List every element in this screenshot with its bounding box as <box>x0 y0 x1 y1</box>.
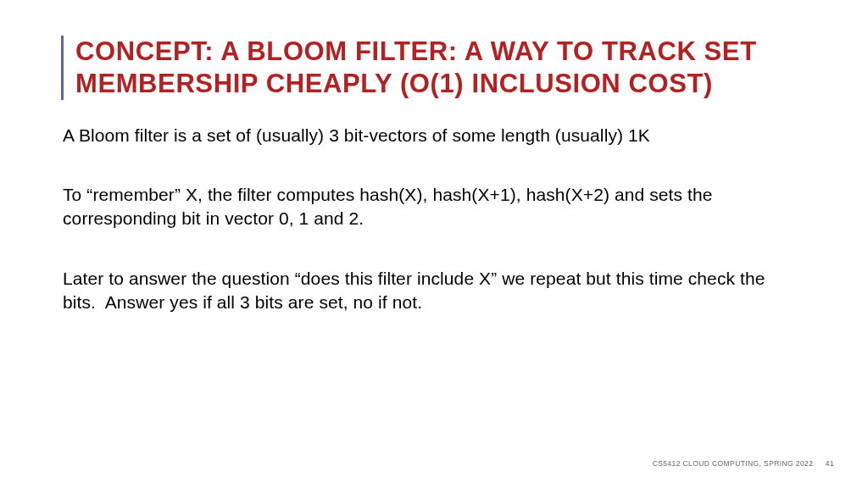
body-paragraph: Later to answer the question “does this … <box>63 267 807 315</box>
slide-footer: CS5412 CLOUD COMPUTING, SPRING 2022 41 <box>653 459 834 468</box>
slide-title: CONCEPT: A BLOOM FILTER: A WAY TO TRACK … <box>75 36 807 100</box>
footer-page-number: 41 <box>825 459 834 468</box>
title-block: CONCEPT: A BLOOM FILTER: A WAY TO TRACK … <box>61 36 807 100</box>
title-accent-bar <box>61 36 64 100</box>
body-paragraph: A Bloom filter is a set of (usually) 3 b… <box>63 124 807 147</box>
body-content: A Bloom filter is a set of (usually) 3 b… <box>61 124 807 315</box>
slide-container: CONCEPT: A BLOOM FILTER: A WAY TO TRACK … <box>0 0 868 488</box>
body-paragraph: To “remember” X, the filter computes has… <box>63 183 807 231</box>
footer-course-label: CS5412 CLOUD COMPUTING, SPRING 2022 <box>653 459 814 468</box>
